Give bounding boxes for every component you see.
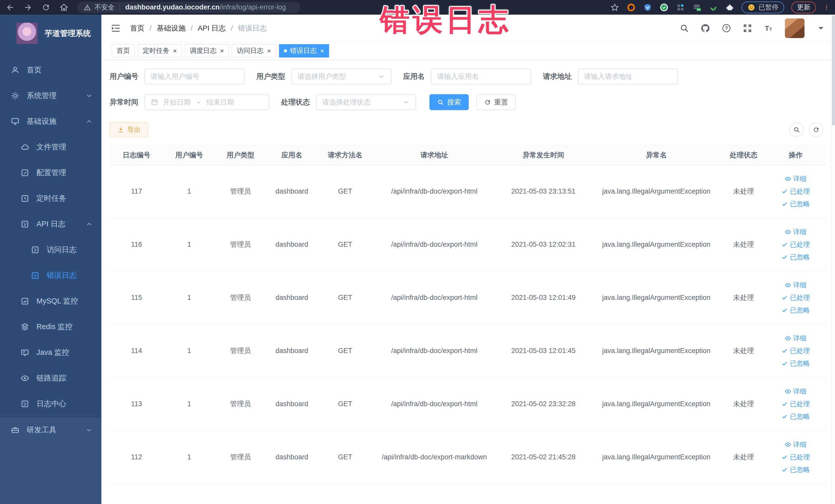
toggle-search-button[interactable] bbox=[789, 122, 804, 137]
ignored-link[interactable]: 已忽略 bbox=[781, 465, 810, 474]
table-row: 1131管理员dashboardGET/api/infra/db-doc/exp… bbox=[109, 378, 827, 430]
tab-home[interactable]: 首页 bbox=[111, 44, 135, 58]
sidebar-item-scheduled-tasks[interactable]: 定时任务 bbox=[0, 186, 101, 211]
breadcrumb-item[interactable]: 首页 bbox=[130, 23, 144, 33]
fullscreen-icon[interactable] bbox=[742, 23, 752, 33]
sidebar-item-dev-tools[interactable]: 研发工具 bbox=[0, 417, 101, 443]
tab-error-log[interactable]: 错误日志× bbox=[279, 44, 329, 58]
user-id-input[interactable] bbox=[151, 73, 239, 81]
sidebar-item-tracing[interactable]: 链路追踪 bbox=[0, 365, 101, 391]
github-icon[interactable] bbox=[700, 23, 710, 33]
ignored-link[interactable]: 已忽略 bbox=[781, 306, 810, 315]
cell-user_type: 管理员 bbox=[215, 187, 266, 196]
ignored-link[interactable]: 已忽略 bbox=[781, 359, 810, 368]
ignored-link[interactable]: 已忽略 bbox=[781, 253, 810, 262]
search-icon[interactable] bbox=[679, 23, 689, 33]
home-icon[interactable] bbox=[60, 3, 68, 12]
scrollbar-thumb[interactable] bbox=[832, 15, 835, 125]
hamburger-icon[interactable] bbox=[110, 23, 121, 33]
processed-link[interactable]: 已处理 bbox=[781, 240, 810, 249]
sidebar-item-infrastructure[interactable]: 基础设施 bbox=[0, 108, 101, 134]
sidebar-item-java-monitor[interactable]: Java 监控 bbox=[0, 340, 101, 365]
cell-status: 未处理 bbox=[722, 187, 766, 196]
breadcrumb-item[interactable]: 基础设施 bbox=[157, 23, 186, 33]
cell-id: 114 bbox=[109, 347, 163, 355]
processed-link[interactable]: 已处理 bbox=[781, 187, 810, 196]
ext-shield-icon[interactable] bbox=[643, 3, 652, 12]
sidebar-item-log-center[interactable]: 日志中心 bbox=[0, 391, 101, 417]
app-logo[interactable]: 芋道管理系统 bbox=[0, 15, 101, 51]
puzzle-icon[interactable] bbox=[725, 3, 734, 12]
caret-down-icon[interactable] bbox=[816, 23, 826, 33]
cell-exception: java.lang.IllegalArgumentException bbox=[591, 187, 722, 195]
detail-link[interactable]: 详细 bbox=[785, 440, 807, 449]
sidebar-item-config-management[interactable]: 配置管理 bbox=[0, 160, 101, 186]
tab-job[interactable]: 定时任务× bbox=[138, 44, 182, 58]
sidebar-item-error-log[interactable]: 错误日志 bbox=[0, 263, 101, 288]
refresh-table-button[interactable] bbox=[809, 122, 823, 137]
sidebar-item-home[interactable]: 首页 bbox=[0, 57, 101, 83]
sidebar-item-access-log[interactable]: 访问日志 bbox=[0, 237, 101, 263]
cell-exception: java.lang.IllegalArgumentException bbox=[591, 347, 722, 355]
sidebar-item-redis-monitor[interactable]: Redis 监控 bbox=[0, 314, 101, 340]
detail-link[interactable]: 详细 bbox=[785, 174, 807, 183]
detail-link[interactable]: 详细 bbox=[785, 387, 807, 396]
address-bar[interactable]: 不安全 dashboard.yudao.iocoder.cn /infra/lo… bbox=[77, 2, 300, 13]
detail-link[interactable]: 详细 bbox=[785, 227, 807, 237]
detail-link[interactable]: 详细 bbox=[785, 281, 807, 289]
date-range-picker[interactable]: 开始日期 - 结束日期 bbox=[144, 94, 269, 110]
sidebar-item-system-management[interactable]: 系统管理 bbox=[0, 83, 101, 108]
close-tab-icon[interactable]: × bbox=[320, 47, 324, 54]
ext-leaf-icon[interactable] bbox=[709, 3, 718, 12]
search-button[interactable]: 搜索 bbox=[429, 94, 469, 110]
close-tab-icon[interactable]: × bbox=[267, 47, 271, 54]
breadcrumb-item[interactable]: 错误日志 bbox=[238, 23, 267, 33]
request-url-input[interactable] bbox=[584, 73, 672, 81]
user-type-select[interactable]: 请选择用户类型 bbox=[291, 68, 391, 84]
cell-actions: 详细已处理已忽略 bbox=[766, 334, 826, 368]
detail-link[interactable]: 详细 bbox=[785, 334, 807, 343]
check-icon bbox=[781, 414, 788, 420]
cell-app: dashboard bbox=[266, 187, 318, 195]
processed-link[interactable]: 已处理 bbox=[781, 400, 810, 408]
export-button[interactable]: 导出 bbox=[109, 122, 148, 137]
cell-exception: java.lang.IllegalArgumentException bbox=[591, 453, 722, 461]
ignored-link[interactable]: 已忽略 bbox=[781, 412, 810, 421]
sidebar-item-mysql-monitor[interactable]: MySQL 监控 bbox=[0, 288, 101, 314]
close-tab-icon[interactable]: × bbox=[220, 47, 224, 54]
tab-job-log[interactable]: 调度日志× bbox=[185, 44, 229, 58]
filter-exception-time: 异常时间 开始日期 - 结束日期 bbox=[109, 94, 269, 110]
cell-status: 未处理 bbox=[722, 346, 766, 355]
bookmark-star-icon[interactable] bbox=[610, 3, 619, 12]
ext-grid-icon[interactable] bbox=[676, 3, 685, 12]
update-button[interactable]: 更新 bbox=[791, 2, 816, 13]
sidebar-item-file-management[interactable]: 文件管理 bbox=[0, 134, 101, 160]
user-avatar[interactable] bbox=[785, 18, 805, 38]
chart-icon bbox=[21, 297, 29, 305]
ext-green-icon[interactable] bbox=[659, 3, 669, 12]
back-icon[interactable] bbox=[6, 3, 14, 12]
tab-access-log[interactable]: 访问日志× bbox=[232, 44, 276, 58]
security-label[interactable]: 不安全 bbox=[95, 3, 115, 12]
ext-on-icon[interactable]: on bbox=[692, 3, 701, 12]
reload-icon[interactable] bbox=[42, 3, 50, 12]
cell-exception: java.lang.IllegalArgumentException bbox=[591, 400, 722, 408]
profile-paused-badge[interactable]: 已暂停 bbox=[741, 2, 784, 13]
process-status-select[interactable]: 请选择处理状态 bbox=[316, 94, 416, 110]
sidebar-item-api-log[interactable]: API 日志 bbox=[0, 211, 101, 237]
forward-icon[interactable] bbox=[24, 3, 32, 12]
processed-link[interactable]: 已处理 bbox=[781, 293, 810, 302]
reset-button[interactable]: 重置 bbox=[476, 94, 516, 110]
ignored-link[interactable]: 已忽略 bbox=[781, 200, 810, 208]
ext-orange-icon[interactable] bbox=[627, 3, 636, 12]
font-size-icon[interactable]: TT bbox=[763, 23, 773, 33]
help-icon[interactable]: ? bbox=[721, 23, 731, 33]
log-icon bbox=[31, 245, 40, 254]
close-tab-icon[interactable]: × bbox=[173, 47, 177, 54]
browser-menu-icon[interactable] bbox=[823, 3, 830, 12]
processed-link[interactable]: 已处理 bbox=[781, 346, 810, 355]
breadcrumb-item[interactable]: API 日志 bbox=[198, 23, 226, 33]
app-name-input[interactable] bbox=[437, 73, 525, 81]
page-scrollbar[interactable] bbox=[831, 15, 835, 504]
processed-link[interactable]: 已处理 bbox=[781, 452, 810, 462]
